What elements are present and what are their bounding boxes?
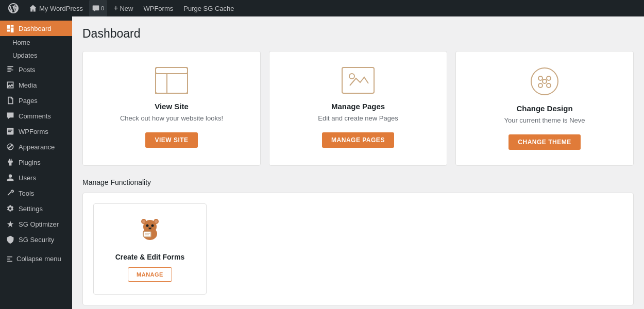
new-label: New xyxy=(120,5,133,12)
change-design-icon xyxy=(530,67,559,98)
view-site-card: View Site Check out how your website loo… xyxy=(82,51,261,166)
purge-cache-label: Purge SG Cache xyxy=(183,5,234,12)
sidebar-item-tools-label: Tools xyxy=(19,190,34,197)
users-icon xyxy=(6,174,14,182)
svg-point-6 xyxy=(531,68,558,95)
top-cards-grid: View Site Check out how your website loo… xyxy=(82,51,634,166)
sidebar-item-sgsecurity[interactable]: SG Security xyxy=(0,232,72,247)
view-site-icon xyxy=(155,67,188,96)
change-design-card-desc: Your current theme is Neve xyxy=(504,116,585,125)
comments-icon-bar xyxy=(92,5,99,12)
sidebar-item-comments[interactable]: Comments xyxy=(0,108,72,124)
view-site-card-desc: Check out how your website looks! xyxy=(120,114,223,123)
svg-point-16 xyxy=(142,220,145,223)
change-design-card-title: Change Design xyxy=(516,104,572,113)
sidebar-item-settings-label: Settings xyxy=(19,205,43,213)
func-card-wpforms-manage-button[interactable]: MANAGE xyxy=(128,267,172,282)
sidebar-item-posts[interactable]: Posts xyxy=(0,62,72,77)
appearance-icon xyxy=(6,143,14,151)
svg-rect-22 xyxy=(144,232,151,237)
sidebar-item-sgoptimizer[interactable]: SG Optimizer xyxy=(0,216,72,232)
svg-point-7 xyxy=(538,76,543,80)
sidebar-item-posts-label: Posts xyxy=(19,66,36,74)
sidebar-sub-updates[interactable]: Updates xyxy=(0,49,72,62)
sidebar-item-dashboard-label: Dashboard xyxy=(19,25,52,32)
sidebar-item-pages[interactable]: Pages xyxy=(0,93,72,108)
sidebar-item-pages-label: Pages xyxy=(19,97,38,105)
wpforms-bar-item[interactable]: WPForms xyxy=(139,0,177,16)
home-icon xyxy=(29,4,37,12)
svg-rect-0 xyxy=(156,67,188,93)
sidebar-item-sgoptimizer-label: SG Optimizer xyxy=(19,220,59,228)
sidebar-item-plugins[interactable]: Plugins xyxy=(0,154,72,170)
sidebar-item-sgsecurity-label: SG Security xyxy=(19,236,54,244)
sidebar-item-settings[interactable]: Settings xyxy=(0,201,72,216)
collapse-menu-item[interactable]: Collapse menu xyxy=(0,251,72,266)
collapse-icon xyxy=(6,255,13,263)
plugins-icon xyxy=(6,158,14,166)
sidebar-item-appearance-label: Appearance xyxy=(19,143,55,151)
functionality-section-title: Manage Functionality xyxy=(82,178,634,186)
site-name-item[interactable]: My WordPress xyxy=(25,0,87,16)
svg-point-18 xyxy=(146,225,149,227)
change-theme-button[interactable]: CHANGE THEME xyxy=(509,134,580,150)
sidebar-item-media-label: Media xyxy=(19,81,37,89)
svg-point-10 xyxy=(547,83,551,88)
sgsecurity-icon xyxy=(6,235,14,244)
manage-pages-card-title: Manage Pages xyxy=(331,102,385,111)
svg-rect-3 xyxy=(167,74,188,93)
sidebar-sub-home[interactable]: Home xyxy=(0,36,72,49)
admin-bar: My WordPress 0 + New WPForms Purge SG Ca… xyxy=(0,0,644,16)
func-cards-grid: Create & Edit Forms MANAGE xyxy=(93,203,623,295)
wp-logo-item[interactable] xyxy=(4,0,23,16)
comments-count: 0 xyxy=(101,5,104,11)
sidebar-item-appearance[interactable]: Appearance xyxy=(0,139,72,154)
change-design-card: Change Design Your current theme is Neve… xyxy=(455,51,634,166)
main-content: Dashboard View Site Check out how your w… xyxy=(72,16,644,309)
svg-point-8 xyxy=(547,76,551,80)
pages-icon xyxy=(6,96,14,105)
wpforms-icon xyxy=(6,127,14,135)
svg-point-19 xyxy=(151,225,154,227)
site-title: My WordPress xyxy=(39,5,83,12)
layout: Dashboard Home Updates Posts Media Pages xyxy=(0,16,644,309)
sgoptimizer-icon xyxy=(6,220,14,228)
wp-logo-icon xyxy=(8,3,19,13)
svg-point-17 xyxy=(155,220,158,223)
func-card-wpforms: Create & Edit Forms MANAGE xyxy=(93,203,207,295)
tools-icon xyxy=(6,189,14,197)
view-site-card-title: View Site xyxy=(155,102,189,111)
sidebar-item-wpforms[interactable]: WPForms xyxy=(0,124,72,139)
svg-point-21 xyxy=(149,228,151,229)
purge-cache-item[interactable]: Purge SG Cache xyxy=(179,0,238,16)
sidebar-item-tools[interactable]: Tools xyxy=(0,185,72,201)
sidebar-item-users[interactable]: Users xyxy=(0,170,72,185)
new-item[interactable]: + New xyxy=(109,0,137,16)
posts-icon xyxy=(6,65,14,74)
func-card-wpforms-title: Create & Edit Forms xyxy=(115,253,185,261)
sidebar-item-plugins-label: Plugins xyxy=(19,159,41,166)
sidebar-item-media[interactable]: Media xyxy=(0,77,72,93)
svg-rect-1 xyxy=(156,67,188,74)
page-title: Dashboard xyxy=(82,27,634,41)
svg-point-9 xyxy=(538,83,543,88)
svg-rect-2 xyxy=(156,74,167,93)
functionality-box: Create & Edit Forms MANAGE xyxy=(82,193,634,305)
manage-pages-card: Manage Pages Edit and create new Pages M… xyxy=(269,51,447,166)
settings-icon xyxy=(6,204,14,213)
sidebar-item-users-label: Users xyxy=(19,174,36,182)
dashboard-icon xyxy=(6,24,14,32)
collapse-menu-label: Collapse menu xyxy=(16,255,61,263)
plus-icon: + xyxy=(113,4,118,13)
svg-point-11 xyxy=(543,79,547,83)
manage-pages-button[interactable]: MANAGE PAGES xyxy=(322,132,394,148)
manage-pages-icon xyxy=(342,67,375,96)
sidebar-item-dashboard[interactable]: Dashboard xyxy=(0,21,72,36)
view-site-button[interactable]: VIEW SITE xyxy=(145,132,197,148)
comments-icon xyxy=(6,112,14,120)
wpforms-bar-label: WPForms xyxy=(143,5,173,12)
sidebar-item-wpforms-label: WPForms xyxy=(19,128,48,135)
wpforms-bear-icon xyxy=(137,216,163,248)
comments-item[interactable]: 0 xyxy=(89,0,107,16)
media-icon xyxy=(6,81,14,89)
